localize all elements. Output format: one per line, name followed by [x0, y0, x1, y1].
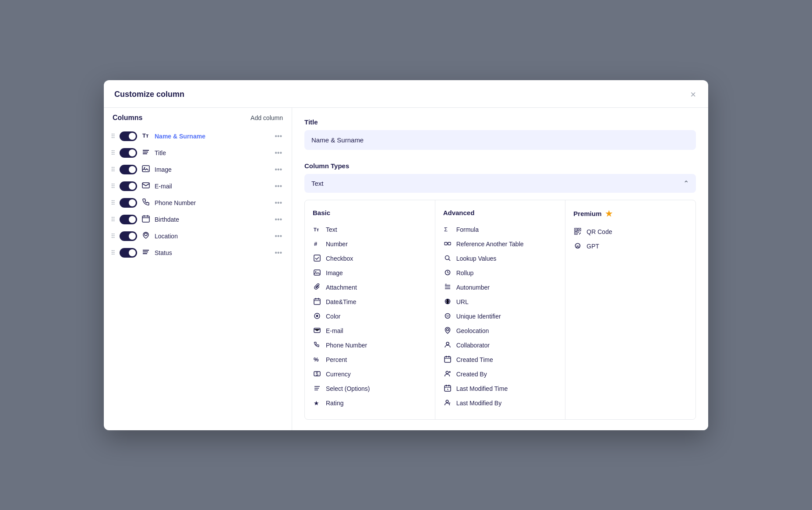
svg-line-39	[448, 259, 450, 261]
toggle-name-surname[interactable]	[120, 131, 137, 141]
type-item-created-time[interactable]: Created Time	[443, 353, 558, 367]
type-item-last-modified-time[interactable]: Last Modified Time	[443, 382, 558, 396]
type-item-gpt[interactable]: AI GPT	[573, 239, 688, 254]
svg-text:#: #	[314, 241, 318, 247]
svg-rect-71	[579, 234, 580, 234]
type-label-Rating: Rating	[326, 400, 343, 407]
svg-point-62	[446, 400, 448, 403]
toggle-status[interactable]	[120, 248, 137, 258]
svg-text:%: %	[314, 356, 319, 363]
toggle-phone[interactable]	[120, 198, 137, 208]
type-label-Created Time: Created Time	[456, 356, 493, 363]
type-label-Last Modified Time: Last Modified Time	[456, 385, 508, 392]
status-icon	[141, 248, 150, 258]
column-list: ⠿ Тт Name & Surname ••• ⠿ Title ••• ⠿ Im…	[104, 126, 292, 263]
type-item-checkbox[interactable]: Checkbox	[313, 251, 427, 266]
basic-items: Тт Text # Number Checkbox Image Attachme…	[313, 223, 427, 411]
type-label-QR Code: QR Code	[586, 228, 612, 235]
type-item-text[interactable]: Тт Text	[313, 223, 427, 237]
type-item-e-mail[interactable]: E-mail	[313, 324, 427, 338]
toggle-image[interactable]	[120, 165, 137, 174]
type-label-Select (Options): Select (Options)	[326, 385, 370, 392]
type-item-image[interactable]: Image	[313, 266, 427, 280]
svg-text:AI: AI	[576, 244, 579, 248]
type-item-rollup[interactable]: Rollup	[443, 266, 558, 280]
type-item-attachment[interactable]: Attachment	[313, 280, 427, 295]
column-item-status[interactable]: ⠿ Status •••	[104, 244, 292, 261]
col-more-birthdate[interactable]: •••	[272, 215, 285, 224]
col-label-status: Status	[155, 249, 268, 256]
type-item-created-by[interactable]: Created By	[443, 367, 558, 382]
type-label-Number: Number	[326, 241, 348, 248]
col-label-birthdate: Birthdate	[155, 216, 268, 223]
close-button[interactable]: ×	[688, 88, 698, 101]
add-column-button[interactable]: Add column	[251, 114, 283, 121]
type-icon-Created Time	[443, 356, 452, 364]
svg-rect-68	[575, 233, 576, 234]
type-selector[interactable]: Text ⌃	[304, 174, 696, 193]
type-item-geolocation[interactable]: Geolocation	[443, 324, 558, 338]
svg-point-50	[446, 342, 449, 345]
type-icon-Last Modified Time	[443, 385, 452, 393]
col-more-image[interactable]: •••	[272, 165, 285, 174]
type-item-collaborator[interactable]: Collaborator	[443, 338, 558, 353]
type-item-phone-number[interactable]: Phone Number	[313, 338, 427, 353]
column-item-name-surname[interactable]: ⠿ Тт Name & Surname •••	[104, 128, 292, 145]
type-item-lookup-values[interactable]: Lookup Values	[443, 251, 558, 266]
toggle-location[interactable]	[120, 231, 137, 241]
type-item-rating[interactable]: ★ Rating	[313, 396, 427, 411]
type-icon-Phone Number	[313, 341, 321, 350]
type-icon-Color	[313, 312, 321, 321]
type-item-last-modified-by[interactable]: Last Modified By	[443, 396, 558, 411]
column-item-image[interactable]: ⠿ Image •••	[104, 161, 292, 178]
col-more-status[interactable]: •••	[272, 248, 285, 258]
type-item-color[interactable]: Color	[313, 309, 427, 324]
type-item-url[interactable]: URL	[443, 295, 558, 309]
basic-header: Basic	[313, 209, 427, 216]
advanced-header: Advanced	[443, 209, 558, 216]
svg-point-55	[446, 371, 448, 374]
type-item-date-time[interactable]: Date&Time	[313, 295, 427, 309]
type-item-currency[interactable]: $ Currency	[313, 367, 427, 382]
col-more-title[interactable]: •••	[272, 148, 285, 158]
type-item-formula[interactable]: Σ Formula	[443, 223, 558, 237]
column-item-phone[interactable]: ⠿ Phone Number •••	[104, 195, 292, 211]
type-item-percent[interactable]: % Percent	[313, 353, 427, 367]
column-item-title[interactable]: ⠿ Title •••	[104, 145, 292, 161]
col-more-email[interactable]: •••	[272, 181, 285, 191]
type-item-unique-identifier[interactable]: Unique Identifier	[443, 309, 558, 324]
svg-rect-69	[578, 232, 579, 233]
col-more-location[interactable]: •••	[272, 231, 285, 241]
col-more-name-surname[interactable]: •••	[272, 131, 285, 141]
type-icon-Percent: %	[313, 356, 321, 364]
email-icon	[141, 181, 150, 191]
svg-rect-58	[445, 386, 451, 391]
type-item-autonumber[interactable]: # Autonumber	[443, 280, 558, 295]
drag-handle: ⠿	[111, 133, 115, 140]
svg-text:★: ★	[314, 400, 319, 406]
type-item-number[interactable]: # Number	[313, 237, 427, 251]
toggle-birthdate[interactable]	[120, 215, 137, 224]
location-icon	[141, 231, 150, 241]
type-item-qr-code[interactable]: QR Code	[573, 225, 688, 239]
type-label-E-mail: E-mail	[326, 327, 343, 334]
svg-text:Тт: Тт	[142, 132, 148, 139]
type-label-Created By: Created By	[456, 371, 487, 378]
col-label-location: Location	[155, 233, 268, 240]
type-item-reference-another-table[interactable]: Reference Another Table	[443, 237, 558, 251]
svg-rect-20	[314, 299, 320, 305]
svg-point-25	[316, 315, 318, 317]
toggle-title[interactable]	[120, 148, 137, 158]
column-item-email[interactable]: ⠿ E-mail •••	[104, 178, 292, 195]
svg-point-11	[145, 233, 147, 236]
title-icon	[141, 148, 150, 158]
type-label-Reference Another Table: Reference Another Table	[456, 241, 524, 248]
col-more-phone[interactable]: •••	[272, 198, 285, 208]
title-input[interactable]: Name & Surname	[304, 130, 696, 150]
type-icon-Text: Тт	[313, 226, 321, 234]
type-item-select--options-[interactable]: Select (Options)	[313, 382, 427, 396]
drag-handle: ⠿	[111, 249, 115, 256]
column-item-location[interactable]: ⠿ Location •••	[104, 228, 292, 244]
toggle-email[interactable]	[120, 181, 137, 191]
column-item-birthdate[interactable]: ⠿ Birthdate •••	[104, 211, 292, 228]
